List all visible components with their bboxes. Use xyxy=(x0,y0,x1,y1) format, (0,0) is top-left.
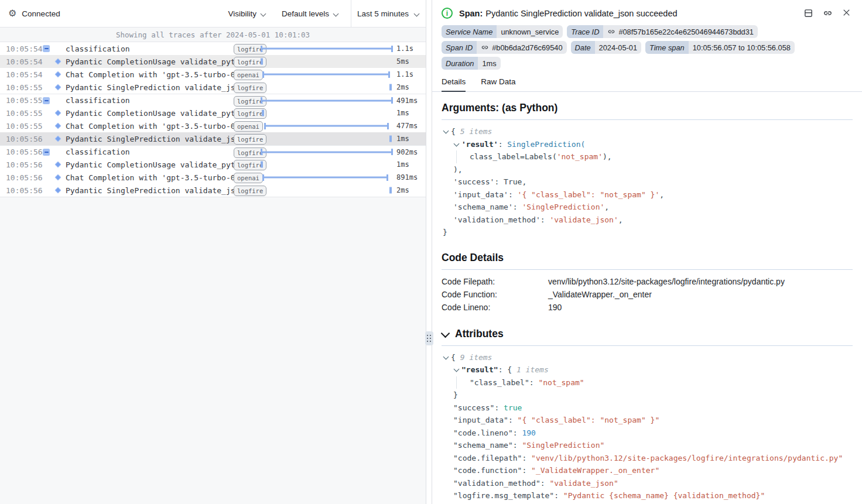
trace-row[interactable]: 10:05:56Pydantic SinglePrediction valida… xyxy=(0,132,426,145)
tabs: DetailsRaw Data xyxy=(432,70,862,92)
trace-tree xyxy=(42,107,66,119)
code-line: "input_data": "{ "class_label": "not_spa… xyxy=(442,414,853,427)
collapse-toggle-icon[interactable] xyxy=(43,45,50,52)
trace-row[interactable]: 10:05:55classificationlogfire491ms xyxy=(0,94,426,107)
scope-badge: logfire xyxy=(234,44,259,53)
trace-label: Chat Completion with 'gpt-3.5-turbo-0613… xyxy=(66,173,234,182)
scope-badge: logfire xyxy=(234,96,259,105)
code-line: } xyxy=(442,389,853,402)
timeline-bar xyxy=(262,110,264,116)
collapse-toggle-icon[interactable] xyxy=(43,97,50,104)
timeline-bar xyxy=(261,48,393,50)
collapse-chevron-icon[interactable] xyxy=(453,140,461,148)
trace-label: classification xyxy=(66,44,234,53)
timeline-bar-frame xyxy=(261,158,393,171)
code-line: 'input_data': '{ "class_label": "not_spa… xyxy=(442,188,853,201)
tab-details[interactable]: Details xyxy=(442,77,466,92)
trace-label: Pydantic SinglePrediction validate_json xyxy=(66,186,234,195)
panel-resize-handle[interactable] xyxy=(425,331,433,345)
trace-timestamp: 10:05:55 xyxy=(6,122,42,131)
trace-duration: 1.1s xyxy=(393,44,426,53)
chevron-down-icon xyxy=(414,11,420,16)
trace-duration: 5ms xyxy=(393,57,426,66)
timeline-bar-frame xyxy=(261,119,393,132)
attributes-code: { 9 items"result": { 1 items"class_label… xyxy=(442,351,853,504)
collapse-chevron-icon[interactable] xyxy=(453,366,461,373)
collapse-chevron-icon[interactable] xyxy=(443,354,451,361)
span-diamond-icon xyxy=(54,187,61,193)
span-diamond-icon xyxy=(54,135,61,142)
code-detail-label: Code Function: xyxy=(442,288,548,301)
code-line: } xyxy=(442,226,853,239)
tab-raw-data[interactable]: Raw Data xyxy=(481,77,515,91)
time-range-select[interactable]: Last 5 minutes xyxy=(351,0,426,28)
copy-link-icon[interactable] xyxy=(823,8,833,18)
trace-duration: 491ms xyxy=(393,97,426,105)
attributes-collapse-chevron-icon[interactable] xyxy=(442,330,450,337)
trace-row[interactable]: 10:05:56Chat Completion with 'gpt-3.5-tu… xyxy=(0,171,426,184)
trace-row[interactable]: 10:05:55Pydantic SinglePrediction valida… xyxy=(0,81,426,94)
code-line: { 5 items xyxy=(442,125,853,138)
trace-duration: 1ms xyxy=(393,160,426,169)
scope-badge: logfire xyxy=(234,160,259,169)
collapse-chevron-icon[interactable] xyxy=(443,128,451,135)
settings-gear-icon[interactable]: ⚙ xyxy=(8,9,16,18)
trace-timestamp: 10:05:56 xyxy=(6,186,42,195)
span-diamond-icon xyxy=(54,58,61,64)
trace-timestamp: 10:05:55 xyxy=(6,83,42,92)
trace-label: Pydantic SinglePrediction validate_json xyxy=(66,83,234,92)
trace-row[interactable]: 10:05:56classificationlogfire902ms xyxy=(0,145,426,158)
trace-tree xyxy=(42,55,66,68)
scope-badge: openai xyxy=(234,173,259,182)
section-divider xyxy=(442,269,853,270)
code-line: class_label=Labels('not_spam'), xyxy=(442,150,853,163)
scope-badge-pill: openai xyxy=(234,173,263,183)
span-diamond-icon xyxy=(54,161,61,167)
meta-pill-label: Time span xyxy=(645,41,689,54)
timeline-bar xyxy=(262,74,390,76)
trace-row[interactable]: 10:05:56Pydantic SinglePrediction valida… xyxy=(0,184,426,197)
link-icon[interactable] xyxy=(481,43,489,52)
trace-row[interactable]: 10:05:55Chat Completion with 'gpt-3.5-tu… xyxy=(0,119,426,132)
code-detail-row: Code Function:_ValidateWrapper._on_enter xyxy=(442,288,853,301)
trace-row[interactable]: 10:05:55Pydantic CompletionUsage validat… xyxy=(0,107,426,119)
meta-pill-label: Span ID xyxy=(442,41,477,54)
trace-tree xyxy=(42,171,66,184)
trace-label: classification xyxy=(66,148,234,156)
span-title-text: Pydantic SinglePrediction validate_json … xyxy=(485,9,677,18)
scope-badge: logfire xyxy=(234,148,259,156)
trace-row[interactable]: 10:05:54Pydantic CompletionUsage validat… xyxy=(0,55,426,68)
dock-panel-icon[interactable] xyxy=(803,8,813,18)
trace-row[interactable]: 10:05:54Chat Completion with 'gpt-3.5-tu… xyxy=(0,68,426,81)
meta-pill: Duration1ms xyxy=(442,57,501,70)
span-meta: Service Nameunknown_serviceTrace ID#08f5… xyxy=(432,24,862,70)
trace-row[interactable]: 10:05:56Pydantic CompletionUsage validat… xyxy=(0,158,426,171)
link-icon[interactable] xyxy=(607,28,615,36)
code-line: "class_label": "not_spam" xyxy=(442,376,853,389)
scope-badge: logfire xyxy=(234,57,259,66)
span-diamond-icon xyxy=(54,71,61,77)
trace-timestamp: 10:05:55 xyxy=(6,96,42,105)
timeline-bar-frame xyxy=(261,107,393,119)
trace-row[interactable]: 10:05:54classificationlogfire1.1s xyxy=(0,42,426,55)
trace-tree xyxy=(42,119,66,132)
timeline-bar-frame xyxy=(261,81,393,94)
trace-tree xyxy=(42,146,66,158)
trace-duration: 1ms xyxy=(393,109,426,117)
span-header-actions xyxy=(803,8,853,18)
trace-tree xyxy=(42,158,66,171)
timeline-bar-frame xyxy=(261,55,393,68)
trace-tree xyxy=(42,42,66,55)
trace-timestamp: 10:05:56 xyxy=(6,148,42,156)
trace-label: Chat Completion with 'gpt-3.5-turbo-0613… xyxy=(66,122,234,131)
meta-pill: Time span10:05:56.057 to 10:05:56.058 xyxy=(645,41,795,54)
timeline-bar xyxy=(261,162,263,168)
trace-duration: 2ms xyxy=(393,83,426,91)
collapse-toggle-icon[interactable] xyxy=(43,149,50,156)
scope-badge: logfire xyxy=(234,135,259,143)
default-levels-menu-button[interactable]: Default levels xyxy=(282,9,339,18)
meta-pill: Trace ID#08f57b165e22c4e625046944673bdd3… xyxy=(567,25,758,38)
visibility-menu-button[interactable]: Visibility xyxy=(228,9,266,18)
close-icon[interactable] xyxy=(842,8,851,17)
section-divider xyxy=(442,119,853,120)
